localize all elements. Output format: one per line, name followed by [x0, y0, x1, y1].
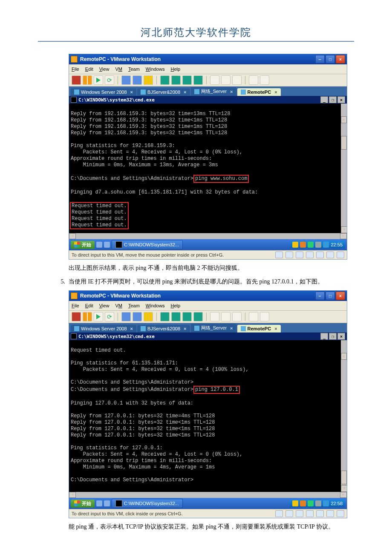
- device-floppy-icon[interactable]: [296, 251, 303, 258]
- pause-icon[interactable]: [83, 75, 92, 85]
- horizontal-scrollbar[interactable]: ◄ ►: [69, 492, 347, 498]
- sidebar-icon[interactable]: [232, 312, 242, 321]
- grab-icon[interactable]: [260, 312, 269, 321]
- close-button[interactable]: ×: [336, 292, 345, 300]
- view-icon-1[interactable]: [160, 75, 170, 85]
- menu-edit[interactable]: Edit: [85, 66, 93, 72]
- tray-volume-icon[interactable]: [315, 500, 321, 506]
- scroll-down-icon[interactable]: ▼: [341, 226, 347, 233]
- help-icon[interactable]: [249, 75, 258, 85]
- scroll-thumb[interactable]: [341, 471, 347, 484]
- close-icon[interactable]: ×: [130, 90, 133, 95]
- quicklaunch-ie-icon[interactable]: [96, 242, 102, 248]
- minimize-button[interactable]: −: [315, 55, 325, 64]
- cmd-restore-button[interactable]: ❐: [329, 96, 337, 103]
- tray-alert-icon[interactable]: [300, 500, 306, 506]
- menu-help[interactable]: Help: [170, 303, 180, 308]
- tray-shield-icon[interactable]: [292, 500, 298, 506]
- close-icon[interactable]: ×: [230, 89, 233, 94]
- close-button[interactable]: ×: [336, 55, 345, 64]
- scroll-down-icon[interactable]: ▼: [341, 485, 347, 492]
- scroll-thumb[interactable]: [341, 136, 347, 150]
- menu-help[interactable]: Help: [170, 66, 180, 72]
- tab-network-server[interactable]: 网络_Server×: [191, 87, 236, 96]
- maximize-button[interactable]: □: [326, 55, 335, 64]
- menu-view[interactable]: View: [99, 66, 110, 72]
- refresh-icon[interactable]: ⟳: [105, 75, 114, 85]
- unity-icon[interactable]: [221, 75, 231, 85]
- menu-vm[interactable]: VM: [115, 303, 122, 308]
- menu-vm[interactable]: VM: [115, 66, 122, 72]
- device-printer-icon[interactable]: [337, 251, 344, 258]
- view-icon-2[interactable]: [171, 312, 181, 321]
- quicklaunch-desktop-icon[interactable]: [104, 242, 110, 248]
- snapshot-manager-icon[interactable]: [133, 312, 142, 321]
- tray-vmtools-icon[interactable]: [323, 242, 329, 248]
- unity-icon[interactable]: [221, 312, 231, 321]
- maximize-button[interactable]: □: [326, 292, 335, 300]
- horizontal-scrollbar[interactable]: ◄ ►: [69, 233, 347, 239]
- close-icon[interactable]: ×: [130, 326, 133, 331]
- pause-icon[interactable]: [83, 312, 92, 321]
- device-sound-icon[interactable]: [326, 251, 334, 258]
- tab-remotepc[interactable]: RemotePC×: [237, 88, 281, 96]
- start-button[interactable]: 开始: [71, 241, 95, 249]
- snapshot-manager-icon[interactable]: [133, 75, 142, 85]
- tray-network-icon[interactable]: [308, 242, 314, 248]
- refresh-icon[interactable]: ⟳: [105, 312, 114, 321]
- fullscreen-icon[interactable]: [210, 75, 219, 85]
- cmd-restore-button[interactable]: ❐: [329, 333, 337, 340]
- play-icon[interactable]: [94, 312, 103, 321]
- cmd-close-button[interactable]: ×: [337, 333, 345, 340]
- cmd-minimize-button[interactable]: _: [320, 96, 328, 103]
- snapshot-icon[interactable]: [121, 75, 131, 85]
- tab-bjserver2008[interactable]: BJServer&2008×: [137, 88, 190, 96]
- cmd-minimize-button[interactable]: _: [320, 333, 328, 340]
- view-icon-3[interactable]: [182, 75, 192, 85]
- quicklaunch-ie-icon[interactable]: [96, 500, 102, 506]
- view-icon-1[interactable]: [160, 312, 170, 321]
- tray-alert-icon[interactable]: [300, 242, 306, 248]
- device-cdrom-icon[interactable]: [275, 251, 283, 258]
- help-icon[interactable]: [249, 312, 258, 321]
- close-icon[interactable]: ×: [230, 326, 233, 331]
- menu-file[interactable]: File: [72, 66, 79, 72]
- tray-network-icon[interactable]: [308, 500, 314, 506]
- quicklaunch-desktop-icon[interactable]: [104, 500, 110, 506]
- start-button[interactable]: 开始: [71, 500, 95, 508]
- menu-file[interactable]: File: [72, 303, 79, 308]
- view-icon-4[interactable]: [193, 312, 203, 321]
- tray-volume-icon[interactable]: [315, 242, 321, 248]
- taskbar-cmd-item[interactable]: C:\WINDOWS\system32...: [112, 240, 183, 249]
- tab-bjserver2008[interactable]: BJServer&2008×: [137, 325, 190, 332]
- device-sound-icon[interactable]: [326, 510, 334, 517]
- revert-icon[interactable]: [144, 312, 153, 321]
- fullscreen-icon[interactable]: [210, 312, 219, 321]
- tab-winserver2008[interactable]: Windows Server 2008×: [71, 88, 136, 96]
- device-usb-icon[interactable]: [316, 510, 324, 517]
- vertical-scrollbar[interactable]: ▲ ▼: [341, 340, 347, 492]
- device-usb-icon[interactable]: [316, 251, 324, 258]
- view-icon-4[interactable]: [193, 75, 203, 85]
- cmd-close-button[interactable]: ×: [337, 96, 345, 103]
- device-net-icon[interactable]: [306, 251, 314, 258]
- device-hdd-icon[interactable]: [285, 251, 293, 258]
- tab-network-server[interactable]: 网络_Server×: [191, 324, 236, 332]
- menu-view[interactable]: View: [99, 303, 110, 308]
- tray-vmtools-icon[interactable]: [323, 500, 329, 506]
- menu-windows[interactable]: Windows: [146, 303, 165, 308]
- revert-icon[interactable]: [144, 75, 153, 85]
- menu-edit[interactable]: Edit: [85, 303, 93, 308]
- play-icon[interactable]: [94, 75, 103, 85]
- scroll-left-icon[interactable]: ◄: [69, 233, 76, 239]
- menu-windows[interactable]: Windows: [146, 66, 165, 72]
- scroll-right-icon[interactable]: ►: [340, 233, 347, 239]
- menu-team[interactable]: Team: [128, 66, 140, 72]
- device-net-icon[interactable]: [306, 510, 314, 517]
- close-icon[interactable]: ×: [184, 90, 186, 95]
- minimize-button[interactable]: −: [315, 292, 325, 300]
- tray-shield-icon[interactable]: [292, 242, 298, 248]
- tab-winserver2008[interactable]: Windows Server 2008×: [71, 325, 136, 332]
- view-icon-2[interactable]: [171, 75, 181, 85]
- stop-icon[interactable]: [72, 75, 81, 85]
